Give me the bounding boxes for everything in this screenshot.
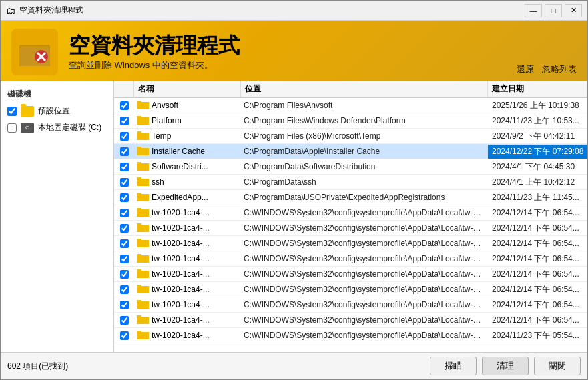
col-header-check — [114, 81, 134, 97]
sidebar-item-preset[interactable]: 預設位置 — [1, 103, 113, 119]
table-row[interactable]: tw-1020-1ca4-...C:\WINDOWS\System32\conf… — [114, 221, 587, 236]
scan-button[interactable]: 掃瞄 — [430, 357, 477, 375]
row-checkbox[interactable] — [120, 255, 129, 263]
folder-icon — [137, 115, 149, 127]
sidebar-local-c-checkbox[interactable] — [7, 123, 17, 133]
row-checkbox[interactable] — [120, 285, 129, 294]
folder-icon — [137, 222, 149, 234]
row-date-cell: 2024/12/14 下午 06:54... — [488, 206, 587, 220]
close-button[interactable]: ✕ — [565, 4, 582, 17]
row-name-cell: tw-1020-1ca4-... — [134, 236, 241, 251]
row-checkbox[interactable] — [120, 239, 129, 248]
row-checkbox[interactable] — [120, 301, 129, 309]
svg-rect-26 — [137, 194, 149, 201]
row-path-cell: C:\Program Files\Windows Defender\Platfo… — [241, 115, 488, 127]
status-text: 602 項目(已找到) — [7, 361, 430, 372]
svg-rect-11 — [137, 117, 149, 125]
row-checkbox[interactable] — [120, 117, 129, 125]
sidebar-preset-checkbox[interactable] — [7, 107, 17, 116]
row-checkbox[interactable] — [120, 331, 129, 340]
file-list-header: 名稱 位置 建立日期 — [114, 81, 587, 98]
row-date-cell: 2024/12/14 下午 06:54... — [488, 298, 587, 312]
clean-button[interactable]: 清理 — [482, 357, 529, 375]
row-name-cell: tw-1020-1ca4-... — [134, 297, 241, 312]
row-date-cell: 2024/12/14 下午 06:54... — [488, 252, 587, 266]
row-name-text: tw-1020-1ca4-... — [152, 331, 210, 340]
title-bar: 🗂 空資料夾清理程式 — □ ✕ — [1, 1, 587, 21]
table-row[interactable]: tw-1020-1ca4-...C:\WINDOWS\System32\conf… — [114, 251, 587, 267]
table-row[interactable]: PlatformC:\Program Files\Windows Defende… — [114, 113, 587, 129]
drive-icon: C — [21, 123, 34, 133]
svg-rect-41 — [137, 271, 149, 278]
row-date-cell: 2024/12/14 下午 06:54... — [488, 221, 587, 235]
row-checkbox[interactable] — [120, 224, 129, 233]
bottom-bar: 602 項目(已找到) 掃瞄 清理 關閉 — [1, 352, 587, 379]
row-path-cell: C:\Program Files (x86)\Microsoft\Temp — [241, 130, 488, 142]
minimize-button[interactable]: — — [525, 4, 542, 17]
row-checkbox[interactable] — [120, 316, 129, 325]
sidebar-item-local-c[interactable]: C 本地固定磁碟 (C:) — [1, 119, 113, 136]
file-list-body[interactable]: AnvsoftC:\Program Files\Anvsoft2025/1/26… — [114, 98, 587, 352]
table-row[interactable]: tw-1020-1ca4-...C:\WINDOWS\System32\conf… — [114, 282, 587, 297]
table-row[interactable]: Installer CacheC:\ProgramData\Apple\Inst… — [114, 144, 587, 159]
ignore-list-button[interactable]: 忽略列表 — [542, 63, 577, 75]
header-subtitle: 查詢並刪除 Windows 中的空資料夾。 — [69, 59, 577, 71]
folder-icon — [137, 237, 149, 249]
row-checkbox[interactable] — [120, 178, 129, 187]
close-window-button[interactable]: 關閉 — [534, 357, 581, 375]
app-icon: 🗂 — [6, 5, 15, 16]
sidebar-section-title: 磁碟機 — [1, 86, 113, 103]
row-checkbox[interactable] — [120, 101, 129, 110]
row-name-cell: tw-1020-1ca4-... — [134, 313, 241, 327]
row-name-cell: ExpeditedApp... — [134, 190, 241, 205]
restore-button[interactable]: 還原 — [517, 63, 534, 75]
row-name-text: tw-1020-1ca4-... — [152, 239, 210, 248]
table-row[interactable]: AnvsoftC:\Program Files\Anvsoft2025/1/26… — [114, 98, 587, 113]
row-name-text: tw-1020-1ca4-... — [152, 300, 210, 309]
table-row[interactable]: tw-1020-1ca4-...C:\WINDOWS\System32\conf… — [114, 236, 587, 251]
row-name-cell: tw-1020-1ca4-... — [134, 267, 241, 281]
row-name-cell: tw-1020-1ca4-... — [134, 282, 241, 297]
folder-icon — [137, 99, 149, 111]
table-row[interactable]: tw-1020-1ca4-...C:\WINDOWS\System32\conf… — [114, 313, 587, 328]
row-name-cell: tw-1020-1ca4-... — [134, 251, 241, 266]
row-date-cell: 2024/11/23 下午 05:54... — [488, 329, 587, 343]
maximize-button[interactable]: □ — [545, 4, 562, 17]
row-name-text: ssh — [152, 177, 164, 187]
row-path-cell: C:\WINDOWS\System32\config\systemprofile… — [241, 237, 488, 249]
row-checkbox-cell — [114, 100, 134, 111]
row-name-text: tw-1020-1ca4-... — [152, 315, 210, 325]
row-name-cell: SoftwareDistri... — [134, 159, 241, 174]
row-checkbox-cell — [114, 131, 134, 142]
row-path-cell: C:\Program Files\Anvsoft — [241, 99, 488, 111]
row-checkbox[interactable] — [120, 132, 129, 141]
table-row[interactable]: tw-1020-1ca4-...C:\WINDOWS\System32\conf… — [114, 297, 587, 313]
row-checkbox-cell — [114, 269, 134, 280]
row-path-cell: C:\ProgramData\SoftwareDistribution — [241, 161, 488, 173]
table-row[interactable]: ExpeditedApp...C:\ProgramData\USOPrivate… — [114, 190, 587, 205]
row-checkbox[interactable] — [120, 209, 129, 217]
table-row[interactable]: tw-1020-1ca4-...C:\WINDOWS\System32\conf… — [114, 328, 587, 343]
folder-icon — [137, 145, 149, 157]
table-row[interactable]: TempC:\Program Files (x86)\Microsoft\Tem… — [114, 129, 587, 144]
svg-rect-23 — [137, 179, 149, 186]
row-name-text: Temp — [152, 131, 171, 141]
row-checkbox[interactable] — [120, 193, 129, 202]
col-header-name: 名稱 — [134, 81, 241, 97]
row-checkbox-cell — [114, 223, 134, 234]
row-checkbox[interactable] — [120, 163, 129, 171]
row-date-cell: 2024/4/1 上午 10:42:12 — [488, 175, 587, 189]
row-checkbox[interactable] — [120, 270, 129, 279]
sidebar: 磁碟機 預設位置 C 本地固定磁碟 (C:) — [1, 81, 114, 352]
row-path-cell: C:\ProgramData\Apple\Installer Cache — [241, 145, 488, 157]
table-row[interactable]: tw-1020-1ca4-...C:\WINDOWS\System32\conf… — [114, 267, 587, 282]
row-date-cell: 2024/12/14 下午 06:54... — [488, 267, 587, 281]
table-row[interactable]: tw-1020-1ca4-...C:\WINDOWS\System32\conf… — [114, 205, 587, 221]
row-checkbox[interactable] — [120, 147, 129, 156]
folder-icon — [137, 161, 149, 173]
row-path-cell: C:\WINDOWS\System32\config\systemprofile… — [241, 268, 488, 280]
folder-icon — [137, 314, 149, 326]
table-row[interactable]: sshC:\ProgramData\ssh2024/4/1 上午 10:42:1… — [114, 175, 587, 190]
svg-rect-8 — [137, 102, 149, 109]
table-row[interactable]: SoftwareDistri...C:\ProgramData\Software… — [114, 159, 587, 175]
